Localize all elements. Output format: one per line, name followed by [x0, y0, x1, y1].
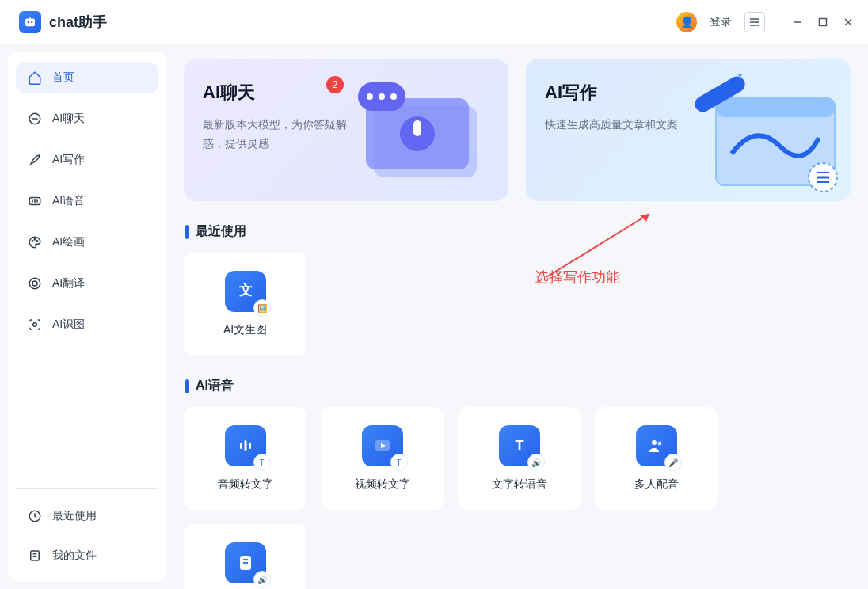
tile-document-to-voice[interactable]: 🔊 文本转语音 [184, 524, 306, 589]
sidebar-item-translate[interactable]: AI翻译 [16, 268, 158, 299]
feather-icon [27, 152, 43, 168]
svg-rect-36 [716, 98, 835, 117]
write-illustration [684, 74, 843, 193]
titlebar-left: chat助手 [19, 11, 107, 33]
sidebar-bottom: 最近使用 我的文件 [16, 488, 158, 572]
section-header-recent: 最近使用 [185, 223, 851, 240]
scan-icon [27, 317, 43, 332]
tile-video-to-text[interactable]: T 视频转文字 [321, 407, 444, 510]
tile-label: 音频转文字 [218, 477, 273, 492]
video-icon: T [362, 425, 403, 466]
tile-audio-to-text[interactable]: T 音频转文字 [184, 407, 306, 510]
section-header-voice: AI语音 [185, 378, 851, 394]
tile-label: 多人配音 [634, 477, 679, 492]
sidebar-item-label: AI写作 [52, 153, 85, 167]
login-label[interactable]: 登录 [710, 15, 732, 29]
svg-point-2 [31, 21, 32, 22]
window-controls [790, 15, 855, 29]
audio-icon [27, 193, 43, 209]
svg-point-20 [29, 278, 40, 289]
chat-illustration [342, 74, 501, 193]
feature-card-desc: 最新版本大模型，为你答疑解惑，提供灵感 [203, 116, 361, 154]
section-title: 最近使用 [196, 223, 246, 240]
section-title: AI语音 [196, 378, 234, 394]
palette-icon [27, 234, 43, 250]
annotation-text: 选择写作功能 [535, 268, 620, 287]
section-accent-bar [185, 379, 189, 393]
nav-list: 首页 AI聊天 AI写作 AI语音 AI绘画 AI翻译 [16, 62, 158, 340]
sidebar-item-files[interactable]: 我的文件 [16, 540, 158, 572]
sidebar-item-recent[interactable]: 最近使用 [16, 500, 158, 532]
sidebar-item-label: AI翻译 [52, 276, 85, 291]
text-sub-icon: T [390, 454, 408, 471]
chat-icon [27, 111, 43, 127]
sidebar-item-label: AI聊天 [52, 112, 85, 126]
sidebar-item-vision[interactable]: AI识图 [16, 309, 158, 340]
feature-card-write[interactable]: AI写作 快速生成高质量文章和文案 [526, 59, 851, 201]
sidebar-item-chat[interactable]: AI聊天 [16, 103, 158, 135]
titlebar: chat助手 👤 登录 [0, 0, 868, 44]
svg-rect-8 [820, 18, 827, 25]
svg-text:文: 文 [238, 282, 252, 298]
svg-point-21 [32, 281, 37, 286]
sidebar-item-label: 最近使用 [52, 509, 97, 523]
svg-point-17 [32, 241, 33, 242]
text-sub-icon: T [253, 454, 271, 471]
voice-tiles: T 音频转文字 T 视频转文字 T 🔊 文字转语音 [184, 407, 851, 589]
text-image-icon: 文 🖼️ [225, 271, 266, 312]
sidebar-item-label: AI绘画 [52, 235, 85, 249]
svg-rect-0 [25, 18, 35, 26]
sidebar-item-voice[interactable]: AI语音 [16, 185, 158, 217]
titlebar-right: 👤 登录 [676, 12, 855, 32]
hamburger-menu-button[interactable] [744, 12, 765, 32]
sidebar-item-label: AI语音 [52, 194, 85, 208]
tile-label: 视频转文字 [355, 477, 410, 492]
notification-badge: 2 [326, 76, 344, 93]
feature-card-desc: 快速生成高质量文章和文案 [545, 116, 703, 135]
sidebar-item-label: AI识图 [52, 317, 85, 332]
app-body: 首页 AI聊天 AI写作 AI语音 AI绘画 AI翻译 [0, 44, 868, 589]
main-content: 2 AI聊天 最新版本大模型，为你答疑解惑，提供灵感 AI写作 快速生成 [166, 44, 868, 589]
image-sub-icon: 🖼️ [253, 299, 271, 317]
svg-point-33 [379, 93, 385, 100]
svg-point-32 [367, 93, 373, 100]
sidebar-item-write[interactable]: AI写作 [16, 144, 158, 176]
mic-sub-icon: 🎤 [664, 454, 682, 471]
sidebar-item-home[interactable]: 首页 [16, 62, 158, 93]
minimize-button[interactable] [790, 15, 805, 29]
svg-point-19 [36, 241, 38, 242]
tile-multi-voice[interactable]: 🎤 多人配音 [595, 407, 718, 510]
svg-point-22 [33, 323, 37, 327]
svg-text:T: T [515, 438, 523, 454]
sidebar: 首页 AI聊天 AI写作 AI语音 AI绘画 AI翻译 [8, 52, 166, 581]
svg-point-34 [390, 93, 397, 100]
svg-rect-30 [413, 120, 421, 136]
tile-text-to-image[interactable]: 文 🖼️ AI文生图 [184, 253, 306, 355]
tile-label: AI文生图 [223, 323, 267, 337]
sidebar-item-label: 我的文件 [52, 549, 97, 563]
svg-rect-3 [29, 17, 31, 19]
sidebar-item-paint[interactable]: AI绘画 [16, 226, 158, 258]
translate-icon [27, 276, 43, 291]
sidebar-item-label: 首页 [52, 70, 74, 85]
app-logo [19, 11, 41, 33]
history-icon [27, 508, 43, 524]
svg-rect-44 [240, 443, 242, 449]
feature-card-chat[interactable]: 2 AI聊天 最新版本大模型，为你答疑解惑，提供灵感 [184, 59, 508, 201]
svg-point-51 [657, 442, 661, 446]
close-button[interactable] [841, 15, 855, 29]
maximize-button[interactable] [816, 15, 830, 29]
document-icon: 🔊 [225, 542, 266, 583]
svg-point-18 [34, 239, 36, 241]
svg-rect-46 [249, 443, 251, 449]
section-accent-bar [185, 225, 189, 239]
recent-tiles: 文 🖼️ AI文生图 [184, 253, 851, 355]
text-icon: T 🔊 [499, 425, 540, 466]
people-icon: 🎤 [636, 425, 677, 466]
feature-cards: 2 AI聊天 最新版本大模型，为你答疑解惑，提供灵感 AI写作 快速生成 [184, 59, 851, 201]
svg-point-50 [652, 440, 657, 445]
tile-text-to-voice[interactable]: T 🔊 文字转语音 [458, 407, 581, 510]
user-avatar[interactable]: 👤 [676, 12, 697, 32]
audio-sub-icon: 🔊 [253, 571, 271, 588]
audio-bars-icon: T [225, 425, 266, 466]
